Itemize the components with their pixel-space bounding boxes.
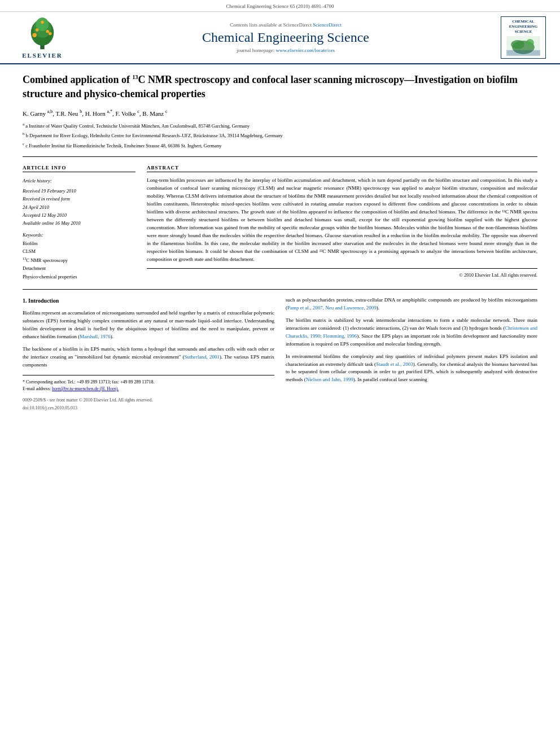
citation-text: Chemical Engineering Science 65 (2010) 4…: [226, 3, 334, 9]
elsevier-wordmark: ELSEVIER: [22, 52, 63, 59]
sciencedirect-line: Contents lists available at ScienceDirec…: [79, 22, 492, 28]
page-wrapper: Chemical Engineering Science 65 (2010) 4…: [0, 0, 560, 421]
svg-rect-13: [506, 50, 540, 56]
body-right-col: such as polysaccharides proteins, extra-…: [286, 296, 537, 412]
elsevier-logo-area: ELSEVIER: [11, 17, 73, 59]
email-link[interactable]: horn@bv.tu-muenchen.de (H. Horn).: [52, 386, 119, 391]
journal-header: ELSEVIER Contents lists available at Sci…: [0, 12, 560, 64]
ces-logo-image: [506, 36, 540, 56]
copyright-line: © 2010 Elsevier Ltd. All rights reserved…: [147, 268, 537, 278]
corresponding-note: * Corresponding author. Tel.: +49 89 289…: [23, 379, 274, 386]
header-center: Contents lists available at ScienceDirec…: [73, 22, 498, 53]
ref-nielsen[interactable]: Nielsen and Jahn, 1999: [306, 377, 353, 382]
doi-text: doi:10.1016/j.ces.2010.05.013: [23, 405, 77, 410]
history-label: Article history:: [23, 177, 135, 185]
revised-label: Received in revised form: [23, 195, 135, 203]
affiliation-a: a a Institute of Water Quality Control, …: [23, 121, 537, 130]
keywords-section: Keywords: Biofilm CLSM 13C NMR spectrosc…: [23, 232, 135, 281]
affiliation-c: c c Fraunhofer Institut für Biomedizinis…: [23, 141, 537, 150]
info-abstract-section: ARTICLE INFO Article history: Received 1…: [23, 165, 537, 281]
keywords-label: Keywords:: [23, 232, 135, 238]
introduction-heading: 1. Introduction: [23, 296, 274, 305]
abstract-header: ABSTRACT: [147, 165, 537, 172]
intro-para-1: Biofilms represent an accumulation of mi…: [23, 309, 274, 341]
keyword-3: 13C NMR spectroscopy: [23, 256, 135, 264]
keyword-list: Biofilm CLSM 13C NMR spectroscopy Detach…: [23, 239, 135, 281]
issn-text: 0009-2509/$ - see front matter © 2010 El…: [23, 397, 152, 404]
keyword-4: Detachment: [23, 264, 135, 272]
article-history: Article history: Received 19 February 20…: [23, 177, 135, 228]
email-label: E-mail address:: [23, 386, 51, 391]
ces-logo-text: CHEMICALENGINEERINGSCIENCE: [509, 19, 538, 34]
svg-point-4: [32, 33, 36, 37]
intro-para-2: The backbone of a biofilm is its EPS mat…: [23, 346, 274, 369]
journal-title: Chemical Engineering Science: [79, 30, 492, 45]
sciencedirect-prefix: Contents lists available at ScienceDirec…: [230, 22, 312, 28]
svg-point-12: [526, 39, 534, 47]
top-bar: Chemical Engineering Science 65 (2010) 4…: [0, 0, 560, 12]
footnote-area: * Corresponding author. Tel.: +49 89 289…: [23, 375, 274, 392]
ces-logo-box: CHEMICALENGINEERINGSCIENCE: [501, 16, 546, 59]
sciencedirect-link[interactable]: ScienceDirect: [313, 22, 341, 28]
svg-point-7: [46, 30, 49, 33]
svg-point-5: [49, 32, 52, 35]
keyword-5: Physico-chemical properties: [23, 273, 135, 281]
available-date: Available online 16 May 2010: [23, 219, 135, 227]
affiliations-section: a a Institute of Water Quality Control, …: [23, 121, 537, 157]
journal-homepage-line: journal homepage: www.elsevier.com/locat…: [79, 47, 492, 53]
authors-line: K. Garny a,b, T.R. Neu b, H. Horn a,*, F…: [23, 109, 537, 117]
section-title-text: Introduction: [28, 298, 59, 304]
abstract-col: ABSTRACT Long-term biofilm processes are…: [147, 165, 537, 281]
affiliation-b: b b Department for River Ecology, Helmho…: [23, 131, 537, 139]
article-info-col: ARTICLE INFO Article history: Received 1…: [23, 165, 135, 281]
svg-point-6: [36, 28, 39, 32]
intro-para-5: In environmental biofilms the complexity…: [286, 353, 537, 385]
section-divider: [23, 289, 537, 290]
ref-pamp[interactable]: Pamp et al., 2007, Neu and Lawrence, 200…: [287, 305, 377, 311]
accepted-date: Accepted 12 May 2010: [23, 211, 135, 219]
ref-sutherland[interactable]: Sutherland, 2001: [185, 354, 220, 360]
svg-point-8: [41, 20, 44, 24]
body-left-col: 1. Introduction Biofilms represent an ac…: [23, 296, 274, 412]
article-info-header: ARTICLE INFO: [23, 165, 135, 172]
homepage-url[interactable]: www.elsevier.com/locate/ces: [276, 47, 335, 53]
body-section: 1. Introduction Biofilms represent an ac…: [23, 296, 537, 412]
doi-line: doi:10.1016/j.ces.2010.05.013: [23, 405, 274, 412]
ref-staudt[interactable]: Staudt et al., 2003: [376, 361, 413, 367]
ref-marshall[interactable]: Marshall, 1976: [80, 334, 111, 339]
intro-para-3: such as polysaccharides proteins, extra-…: [286, 296, 537, 312]
keyword-1: Biofilm: [23, 239, 135, 247]
ces-logo-area: CHEMICALENGINEERINGSCIENCE: [498, 16, 549, 59]
main-content: Combined application of 13C NMR spectros…: [0, 64, 560, 421]
email-note: E-mail address: horn@bv.tu-muenchen.de (…: [23, 386, 274, 392]
revised-date: 24 April 2010: [23, 203, 135, 211]
abstract-body: Long-term biofilm processes are influenc…: [147, 177, 537, 263]
keyword-2: CLSM: [23, 247, 135, 255]
section-number: 1.: [23, 298, 27, 304]
article-title: Combined application of 13C NMR spectros…: [23, 73, 537, 101]
bottom-bar: 0009-2509/$ - see front matter © 2010 El…: [23, 397, 274, 404]
elsevier-tree-icon: [20, 17, 65, 51]
received-date: Received 19 February 2010: [23, 187, 135, 195]
svg-point-11: [511, 40, 524, 49]
homepage-label: journal homepage:: [237, 47, 274, 53]
ref-christensen[interactable]: Christensen and Characklis, 1990; Flemmi…: [286, 325, 537, 339]
intro-para-4: The biofilm matrix is stabilized by weak…: [286, 317, 537, 348]
